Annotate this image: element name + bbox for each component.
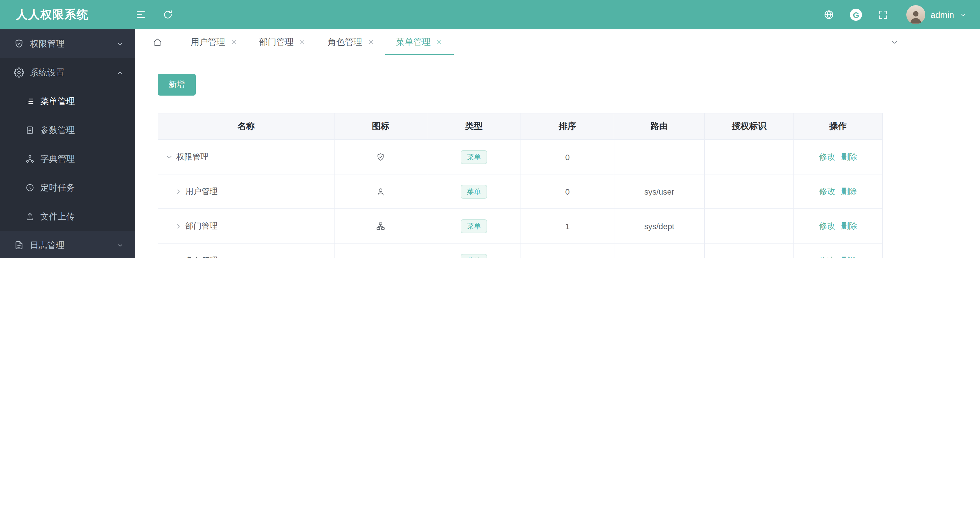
- menu-table: 名称 图标 类型 排序 路由 授权标识 操作: [158, 113, 883, 258]
- refresh-button[interactable]: [162, 9, 173, 20]
- close-icon[interactable]: [230, 38, 237, 46]
- refresh-icon: [162, 9, 173, 20]
- sidebar-item-log-mgmt[interactable]: 日志管理: [0, 231, 135, 258]
- table-header-row: 名称 图标 类型 排序 路由 授权标识 操作: [158, 113, 882, 140]
- edit-link[interactable]: 修改: [819, 221, 835, 230]
- role-icon: [376, 256, 385, 258]
- add-button[interactable]: 新增: [158, 74, 196, 95]
- top-bar: 人人权限系统 G admin: [0, 0, 980, 29]
- order-cell: 0: [521, 174, 614, 209]
- sidebar-item-params-mgmt[interactable]: 参数管理: [0, 116, 135, 145]
- chevron-down-icon: [890, 38, 899, 46]
- column-header: 路由: [614, 113, 705, 140]
- tab-label: 角色管理: [328, 37, 362, 48]
- globe-icon: [823, 9, 834, 20]
- gitee-icon[interactable]: G: [850, 9, 862, 21]
- delete-link[interactable]: 删除: [841, 221, 857, 230]
- sidebar-item-label: 日志管理: [30, 240, 65, 251]
- table-row: 用户管理 菜单 0 sys/user 修改删除: [158, 174, 882, 209]
- sidebar-item-label: 定时任务: [40, 182, 75, 193]
- gear-icon: [14, 67, 24, 78]
- menu-name: 角色管理: [185, 255, 218, 258]
- log-icon: [14, 240, 24, 250]
- shield-icon: [14, 38, 24, 49]
- sidebar-collapse-button[interactable]: [135, 9, 146, 20]
- tab-user-mgmt[interactable]: 用户管理: [180, 29, 248, 55]
- tab-role-mgmt[interactable]: 角色管理: [317, 29, 385, 55]
- menu-name: 权限管理: [176, 152, 208, 162]
- tab-menu-mgmt[interactable]: 菜单管理: [385, 29, 454, 55]
- sidebar: 权限管理 系统设置 菜单管理 参数管理: [0, 29, 135, 258]
- type-badge: 菜单: [461, 150, 487, 164]
- sidebar-group-system-settings: 系统设置 菜单管理 参数管理 字典管理 定时任务: [0, 58, 135, 231]
- user-menu[interactable]: admin: [906, 5, 967, 24]
- perm-cell: [705, 140, 794, 174]
- type-badge: 菜单: [461, 254, 487, 258]
- type-badge: 菜单: [461, 219, 487, 233]
- tab-home[interactable]: [135, 29, 180, 55]
- sidebar-item-scheduled-tasks[interactable]: 定时任务: [0, 173, 135, 202]
- fullscreen-icon: [878, 9, 888, 20]
- sidebar-item-dict-mgmt[interactable]: 字典管理: [0, 145, 135, 173]
- org-icon: [376, 222, 385, 231]
- top-bar-right: G admin: [823, 5, 967, 24]
- document-icon: [25, 126, 35, 135]
- edit-link[interactable]: 修改: [819, 152, 835, 161]
- tab-list-dropdown[interactable]: [886, 29, 903, 55]
- tab-dept-mgmt[interactable]: 部门管理: [248, 29, 317, 55]
- perm-cell: [705, 174, 794, 209]
- main-area: 用户管理 部门管理 角色管理 菜单管理: [135, 29, 980, 258]
- route-cell: sys/role: [614, 243, 705, 258]
- order-cell: 0: [521, 140, 614, 174]
- collapse-arrow-icon[interactable]: [165, 153, 173, 161]
- sidebar-item-label: 菜单管理: [40, 96, 75, 107]
- chevron-down-icon: [959, 11, 967, 19]
- chevron-down-icon: [116, 40, 124, 48]
- username: admin: [931, 10, 954, 19]
- close-icon[interactable]: [299, 38, 306, 46]
- route-cell: sys/user: [614, 174, 705, 209]
- fullscreen-button[interactable]: [878, 9, 888, 20]
- tab-label: 部门管理: [259, 37, 294, 48]
- sidebar-item-label: 参数管理: [40, 125, 75, 135]
- menu-name: 部门管理: [185, 221, 218, 231]
- clock-icon: [25, 183, 35, 192]
- person-icon: [908, 9, 924, 24]
- delete-link[interactable]: 删除: [841, 152, 857, 161]
- layout: 权限管理 系统设置 菜单管理 参数管理: [0, 29, 980, 258]
- sidebar-item-label: 权限管理: [30, 38, 65, 49]
- sidebar-item-label: 文件上传: [40, 211, 75, 222]
- expand-arrow-icon[interactable]: [175, 222, 183, 230]
- tab-bar: 用户管理 部门管理 角色管理 菜单管理: [135, 29, 980, 55]
- menu-fold-icon: [135, 9, 146, 20]
- perm-cell: [705, 209, 794, 243]
- order-cell: 2: [521, 243, 614, 258]
- tab-label: 菜单管理: [396, 37, 431, 48]
- app-title: 人人权限系统: [16, 7, 135, 22]
- sidebar-item-menu-mgmt[interactable]: 菜单管理: [0, 87, 135, 116]
- sidebar-item-permission-mgmt[interactable]: 权限管理: [0, 29, 135, 58]
- sidebar-item-file-upload[interactable]: 文件上传: [0, 202, 135, 231]
- tree-icon: [25, 154, 35, 164]
- close-icon[interactable]: [436, 38, 443, 46]
- content: 新增 名称 图标 类型 排序 路由 授权标识 操作: [135, 55, 980, 258]
- column-header: 类型: [427, 113, 521, 140]
- sidebar-item-system-settings[interactable]: 系统设置: [0, 58, 135, 87]
- expand-arrow-icon[interactable]: [175, 188, 183, 196]
- sidebar-item-label: 字典管理: [40, 153, 75, 164]
- menu-name: 用户管理: [185, 186, 218, 197]
- route-cell: sys/dept: [614, 209, 705, 243]
- order-cell: 1: [521, 209, 614, 243]
- column-header: 授权标识: [705, 113, 794, 140]
- language-button[interactable]: [823, 9, 834, 20]
- delete-link[interactable]: 删除: [841, 186, 857, 196]
- table-row: 权限管理 菜单 0 修改删除: [158, 140, 882, 174]
- delete-link[interactable]: 删除: [841, 255, 857, 258]
- table-row: 角色管理 菜单 2 sys/role 修改删除: [158, 243, 882, 258]
- close-icon[interactable]: [368, 38, 374, 46]
- perm-cell: [705, 243, 794, 258]
- tab-label: 用户管理: [191, 37, 225, 48]
- edit-link[interactable]: 修改: [819, 255, 835, 258]
- edit-link[interactable]: 修改: [819, 186, 835, 196]
- expand-arrow-icon[interactable]: [175, 256, 183, 258]
